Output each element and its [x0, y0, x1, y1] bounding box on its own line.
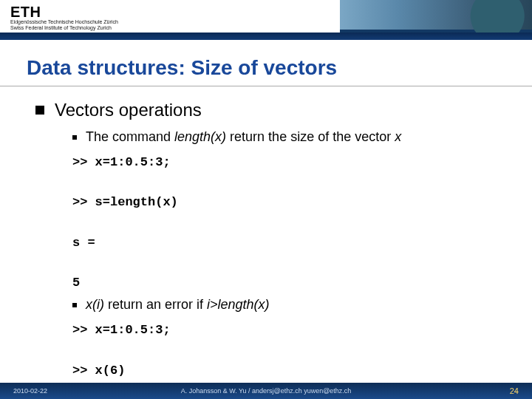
text-fragment: The command	[86, 129, 174, 144]
code-italic: i>length(x)	[207, 297, 270, 312]
header-blue-band	[0, 33, 532, 40]
eth-subtitle: Eidgenössische Technische Hochschule Zür…	[10, 19, 118, 30]
variable-italic: x	[395, 129, 401, 144]
point-length-description: The command length(x) return the size of…	[86, 129, 401, 145]
code-italic: length(x)	[174, 129, 226, 144]
eth-subtitle-line1: Eidgenössische Technische Hochschule Zür…	[10, 19, 118, 24]
text-fragment: return an error if	[104, 297, 207, 312]
text-fragment: return the size of the vector	[226, 129, 395, 144]
bullet-level2: The command length(x) return the size of…	[72, 129, 502, 145]
bullet-level2: x(i) return an error if i>length(x)	[72, 297, 502, 313]
footer-authors: A. Johansson & W. Yu / andersj@ethz.ch y…	[0, 387, 532, 395]
slide-title: Data structures: Size of vectors	[0, 40, 532, 86]
square-bullet-icon	[72, 135, 77, 140]
eth-subtitle-line2: Swiss Federal Institute of Technology Zu…	[10, 25, 112, 30]
section-heading: Vectors operations	[55, 100, 202, 120]
code-block-length: >> x=1:0.5:3; >> s=length(x) s = 5	[72, 152, 502, 293]
footer-page-number: 24	[510, 386, 519, 395]
bullet-level1: Vectors operations	[35, 100, 502, 120]
bullet-sublist: The command length(x) return the size of…	[72, 129, 502, 399]
square-bullet-icon	[72, 303, 77, 307]
point-index-error-description: x(i) return an error if i>length(x)	[86, 297, 270, 313]
slide-content: Vectors operations The command length(x)…	[0, 100, 532, 399]
eth-logo: ETH	[10, 4, 41, 21]
slide-footer: 2010-02-22 A. Johansson & W. Yu / anders…	[0, 383, 532, 399]
code-italic: x(i)	[86, 297, 104, 312]
square-bullet-icon	[35, 106, 44, 115]
slide-header: ETH Eidgenössische Technische Hochschule…	[0, 0, 532, 40]
